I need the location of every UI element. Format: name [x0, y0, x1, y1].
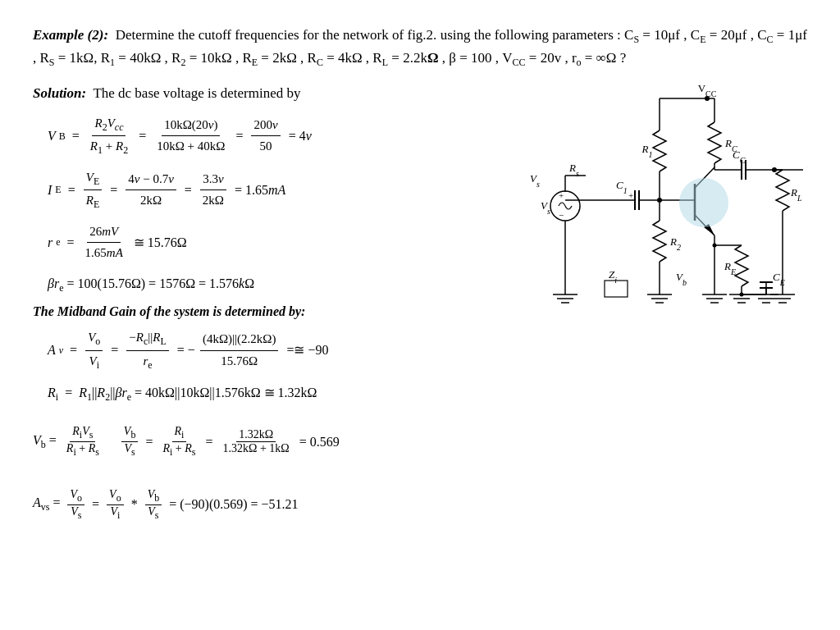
c1-label: C1: [616, 179, 628, 195]
avs-equation: Avs = Vo Vs = Vo Vi * Vb: [33, 488, 299, 522]
vs-wave: [559, 203, 572, 209]
vo-label: Vo: [806, 163, 807, 180]
c1-plus: +: [628, 190, 633, 200]
vb-frac1: R2Vcc R1 + R2: [88, 113, 130, 159]
rl-resistor: [776, 170, 789, 211]
solution-label: Solution:: [33, 85, 86, 101]
r2-resistor: [653, 221, 666, 262]
vb-circuit-label: Vb: [676, 271, 687, 287]
circuit-diagram: VCC R1 R2: [520, 77, 807, 401]
beta-re-equation: βre = 100(15.76Ω) = 1576Ω = 1.576kΩ: [48, 272, 512, 297]
ri-line: Ri = R1||R2||βre = 40kΩ||10kΩ||1.576kΩ ≅…: [48, 381, 512, 406]
vb-vs-frac3: 1.32kΩ 1.32kΩ + 1kΩ: [221, 428, 292, 455]
vb-equation: V B = R2Vcc R1 + R2 = 10kΩ(20v) 10kΩ + 4…: [48, 113, 512, 159]
av-var: A: [48, 339, 56, 361]
vs-minus: −: [559, 210, 564, 220]
vs-label: Vs: [541, 199, 550, 216]
cc-label: CC: [733, 148, 746, 165]
vb-line: V B = R2Vcc R1 + R2 = 10kΩ(20v) 10kΩ + 4…: [48, 113, 512, 159]
vb-bottom-frac: RiVs Ri + Rs: [64, 425, 102, 459]
rl-label: RL: [790, 186, 802, 203]
main-content: Example (2): Determine the cutoff freque…: [33, 25, 807, 528]
midband-label: The Midband Gain of the system is determ…: [33, 304, 512, 319]
ie-frac2: 4v − 0.7v 2kΩ: [126, 169, 176, 212]
ie-equation: I E = VE RE = 4v − 0.7v 2kΩ = 3.3v: [48, 167, 512, 213]
re-line: r e = 26mV 1.65mA ≅ 15.76Ω: [48, 221, 512, 264]
example-label: Example (2):: [33, 27, 108, 43]
rc-resistor: [708, 122, 721, 163]
av-frac2: −Rc||RL re: [126, 327, 169, 373]
ri-equation: Ri = R1||R2||βre = 40kΩ||10kΩ||1.576kΩ ≅…: [48, 381, 512, 406]
av-frac1: Vo Vi: [85, 327, 103, 373]
re-equation: r e = 26mV 1.65mA ≅ 15.76Ω: [48, 221, 512, 264]
beta-re-text: βre = 100(15.76Ω) = 1576Ω = 1.576kΩ: [48, 272, 254, 297]
avs-frac1: Vo Vs: [67, 488, 84, 522]
r1-resistor: [653, 130, 666, 171]
bjt-circle: [679, 178, 728, 227]
avs-frac2: Vo Vi: [107, 488, 124, 522]
bottom-equations: Vb = RiVs Ri + Rs Vb Vs =: [33, 418, 512, 527]
vb-var: V: [48, 125, 56, 147]
circuit-svg: VCC R1 R2: [520, 77, 807, 397]
ri-text: Ri = R1||R2||βre = 40kΩ||10kΩ||1.576kΩ ≅…: [48, 381, 317, 406]
r2-label: R2: [669, 235, 681, 252]
ie-var: I: [48, 179, 52, 201]
vs-plus: +: [559, 190, 564, 200]
bottom-row: Vb = RiVs Ri + Rs Vb Vs =: [33, 418, 512, 527]
example-title: Example (2): Determine the cutoff freque…: [33, 25, 807, 71]
vb-bottom: Vb = RiVs Ri + Rs: [33, 425, 103, 459]
vb-vs-frac1: Vb Vs: [121, 425, 139, 459]
vcc-label: VCC: [698, 82, 717, 98]
vb-vs-frac2: Ri Ri + Rs: [160, 425, 198, 459]
zi-label: Zi: [609, 268, 617, 285]
r1-label: R1: [641, 143, 653, 159]
avs-frac3: Vb Vs: [145, 488, 162, 522]
re-resistor: [735, 245, 748, 286]
ie-frac3: 3.3v 2kΩ: [200, 169, 226, 212]
vb-frac2: 10kΩ(20v) 10kΩ + 40kΩ: [154, 115, 227, 158]
vb-frac3: 200v 50: [251, 115, 280, 158]
vo-node: [772, 167, 777, 172]
beta-re-line: βre = 100(15.76Ω) = 1576Ω = 1.576kΩ: [48, 272, 512, 297]
re-var: r: [48, 231, 52, 253]
vb-vs-ratio: Vb Vs = Ri Ri + Rs = 1.32kΩ 1.32kΩ + 1kΩ: [120, 425, 340, 459]
av-equation: A v = Vo Vi = −Rc||RL re = − (4kΩ)||(2.2: [48, 327, 512, 373]
ie-line: I E = VE RE = 4v − 0.7v 2kΩ = 3.3v: [48, 167, 512, 213]
va-label: Vs: [530, 172, 540, 189]
av-line: A v = Vo Vi = −Rc||RL re = − (4kΩ)||(2.2: [48, 327, 512, 373]
ie-frac1: VE RE: [84, 167, 103, 213]
math-content: Solution: The dc base voltage is determi…: [33, 85, 512, 528]
re-frac: 26mV 1.65mA: [83, 221, 126, 264]
av-frac3: (4kΩ)||(2.2kΩ) 15.76Ω: [200, 329, 279, 372]
solution-section: Solution: The dc base voltage is determi…: [33, 85, 807, 528]
solution-intro: Solution: The dc base voltage is determi…: [33, 85, 512, 102]
